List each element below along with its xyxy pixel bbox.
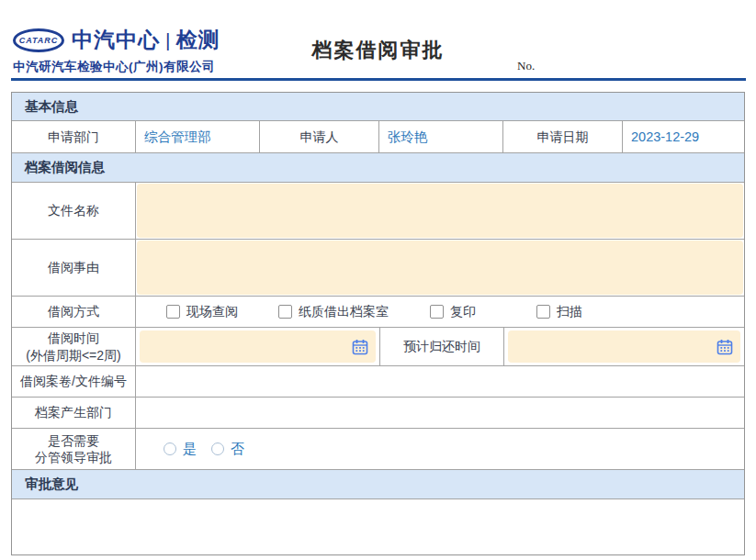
file-name-input[interactable] bbox=[137, 184, 743, 238]
radio-icon[interactable] bbox=[164, 442, 176, 455]
row-basic-info: 申请部门 综合管理部 申请人 张玲艳 申请日期 2023-12-29 bbox=[12, 120, 744, 152]
apply-dept-label: 申请部门 bbox=[12, 121, 135, 152]
page-title: 档案借阅审批 bbox=[0, 37, 756, 64]
checkbox-option-copy[interactable]: 复印 bbox=[430, 304, 476, 320]
checkbox-option-scan[interactable]: 扫描 bbox=[536, 304, 582, 320]
produce-dept-input-cell[interactable] bbox=[135, 398, 744, 428]
approval-form-table: 基本信息 申请部门 综合管理部 申请人 张玲艳 申请日期 2023-12-29 … bbox=[11, 92, 745, 555]
produce-dept-label: 档案产生部门 bbox=[12, 398, 135, 428]
checkbox-icon[interactable] bbox=[536, 305, 550, 319]
borrow-reason-input[interactable] bbox=[137, 241, 743, 295]
applicant-label: 申请人 bbox=[259, 121, 378, 152]
row-borrow-time: 借阅时间 (外借周期<=2周) bbox=[12, 327, 744, 365]
return-time-cell bbox=[503, 328, 744, 365]
radio-icon[interactable] bbox=[211, 442, 224, 455]
approval-comment-area[interactable] bbox=[12, 499, 744, 554]
apply-dept-value: 综合管理部 bbox=[135, 121, 259, 152]
row-borrow-method: 借阅方式 现场查阅 纸质借出档案室 复印 扫描 bbox=[12, 296, 744, 327]
header-divider bbox=[11, 78, 746, 81]
file-name-cell bbox=[135, 183, 744, 239]
apply-date-label: 申请日期 bbox=[502, 121, 622, 152]
borrow-method-label: 借阅方式 bbox=[12, 297, 135, 327]
checkbox-icon[interactable] bbox=[430, 305, 444, 319]
applicant-value: 张玲艳 bbox=[378, 121, 502, 152]
row-borrow-reason: 借阅事由 bbox=[12, 239, 744, 296]
radio-option-no[interactable]: 否 bbox=[211, 441, 244, 458]
borrow-reason-label: 借阅事由 bbox=[12, 240, 135, 296]
borrow-time-date-picker[interactable] bbox=[140, 330, 376, 363]
file-number-input-cell[interactable] bbox=[135, 366, 744, 397]
checkbox-icon[interactable] bbox=[166, 305, 180, 319]
checkbox-label: 扫描 bbox=[557, 304, 582, 320]
file-name-label: 文件名称 bbox=[12, 183, 135, 239]
return-time-date-picker[interactable] bbox=[508, 330, 740, 363]
page-header: CATARC 中汽中心 | 检测 中汽研汽车检验中心(广州)有限公司 档案借阅审… bbox=[0, 0, 756, 79]
radio-label: 否 bbox=[231, 441, 244, 458]
return-time-label: 预计归还时间 bbox=[379, 328, 503, 365]
borrow-method-options: 现场查阅 纸质借出档案室 复印 扫描 bbox=[135, 297, 744, 327]
checkbox-label: 现场查阅 bbox=[186, 304, 238, 320]
row-approval-comment bbox=[12, 498, 744, 554]
radio-label: 是 bbox=[183, 441, 197, 458]
checkbox-label: 复印 bbox=[450, 304, 476, 320]
row-leader-approval: 是否需要 分管领导审批 是 否 bbox=[12, 428, 744, 469]
calendar-icon[interactable] bbox=[717, 339, 733, 355]
checkbox-label: 纸质借出档案室 bbox=[299, 304, 389, 320]
checkbox-option-onsite[interactable]: 现场查阅 bbox=[166, 304, 238, 320]
file-number-label: 借阅案卷/文件编号 bbox=[12, 366, 135, 397]
borrow-time-cell bbox=[135, 328, 379, 365]
checkbox-option-paper-out[interactable]: 纸质借出档案室 bbox=[278, 304, 389, 320]
row-file-name: 文件名称 bbox=[12, 182, 744, 239]
row-file-number: 借阅案卷/文件编号 bbox=[12, 365, 744, 397]
radio-option-yes[interactable]: 是 bbox=[164, 441, 197, 458]
borrow-reason-cell bbox=[135, 240, 744, 296]
section-borrow-info: 档案借阅信息 bbox=[12, 152, 744, 182]
apply-date-value: 2023-12-29 bbox=[622, 121, 744, 152]
section-approval-comment: 审批意见 bbox=[12, 469, 744, 498]
archive-borrow-approval-page: CATARC 中汽中心 | 检测 中汽研汽车检验中心(广州)有限公司 档案借阅审… bbox=[0, 0, 756, 560]
section-basic-info: 基本信息 bbox=[12, 93, 744, 120]
document-number-label: No. bbox=[517, 59, 535, 73]
checkbox-icon[interactable] bbox=[278, 305, 292, 319]
row-produce-dept: 档案产生部门 bbox=[12, 397, 744, 428]
leader-approval-label: 是否需要 分管领导审批 bbox=[12, 429, 135, 469]
calendar-icon[interactable] bbox=[352, 339, 368, 355]
leader-approval-options: 是 否 bbox=[135, 429, 744, 469]
borrow-time-label: 借阅时间 (外借周期<=2周) bbox=[12, 328, 135, 365]
